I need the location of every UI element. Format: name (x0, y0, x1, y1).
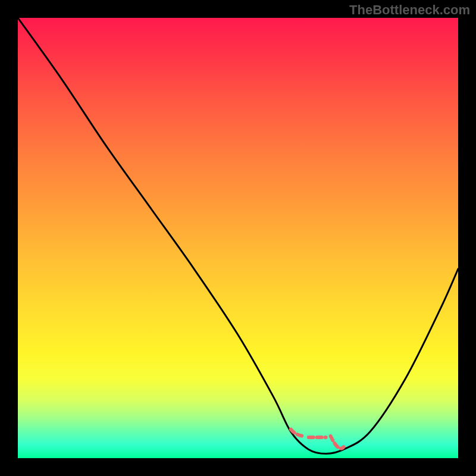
chart-plot-area (18, 18, 458, 458)
optimal-zone-markers (291, 430, 344, 449)
chart-svg (18, 18, 458, 458)
optimal-zone-dash (291, 430, 344, 449)
bottleneck-curve-line (18, 18, 458, 454)
watermark-text: TheBottleneck.com (349, 2, 470, 18)
